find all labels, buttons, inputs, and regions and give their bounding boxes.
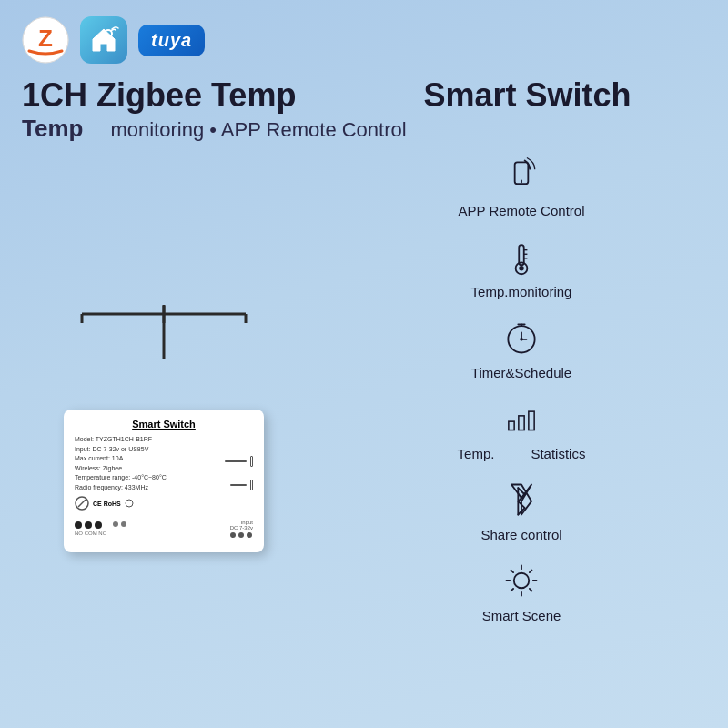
logos-bar: Z tuya: [0, 0, 728, 73]
rohs-circle: [125, 499, 134, 508]
feature-temp-monitoring: Temp.monitoring: [337, 233, 706, 299]
feature-stats-pair-label: Statistics: [531, 446, 585, 461]
device-specs: Model: TYZGTH1CH-B1RF Input: DC 7-32v or…: [75, 435, 167, 492]
svg-text:Z: Z: [38, 25, 53, 52]
wire-horizontal: [46, 305, 282, 323]
bottom-labels: NO COM NC: [75, 531, 126, 536]
feature-timer: Timer&Schedule: [337, 314, 706, 380]
main-content: Smart Switch Model: TYZGTH1CH-B1RF Input…: [0, 143, 728, 728]
svg-line-37: [511, 589, 514, 592]
svg-line-9: [78, 500, 86, 507]
smartlife-logo: [80, 16, 127, 64]
phone-signal-icon: [498, 152, 545, 199]
timer-icon: [498, 314, 545, 361]
svg-line-35: [530, 589, 532, 592]
page: Z tuya 1CH Zigbee Temp Smart Switch Temp…: [0, 0, 728, 728]
tuya-logo: tuya: [138, 25, 205, 56]
svg-point-18: [519, 266, 524, 271]
svg-point-24: [520, 338, 523, 341]
feature-temp-stats: Temp. Statistics: [337, 395, 706, 461]
feature-timer-label: Timer&Schedule: [471, 365, 571, 380]
device-title: Smart Switch: [75, 419, 253, 430]
feature-share-label: Share control: [480, 527, 561, 542]
feature-temp-label: Temp.monitoring: [471, 284, 572, 299]
device-connectors: [225, 456, 253, 490]
feature-app-remote: APP Remote Control: [337, 152, 706, 218]
features-grid: APP Remote Control Temp.: [337, 152, 706, 634]
sun-icon: [498, 557, 545, 604]
subtitle-monitoring: monitoring • APP Remote Control: [110, 118, 406, 142]
left-panel: Smart Switch Model: TYZGTH1CH-B1RF Input…: [0, 152, 328, 719]
feature-share-control: Share control: [337, 476, 706, 542]
title-right: Smart Switch: [423, 76, 631, 115]
svg-line-34: [511, 571, 514, 573]
svg-rect-27: [529, 411, 534, 430]
subtitle-temp: Temp: [22, 115, 83, 143]
svg-point-29: [514, 573, 530, 589]
title-left: 1CH Zigbee Temp: [22, 76, 296, 115]
feature-smart-scene-label: Smart Scene: [482, 608, 561, 623]
svg-rect-25: [509, 421, 514, 430]
device-bottom: NO COM NC Input DC 7-32v: [75, 520, 253, 538]
feature-smart-scene: Smart Scene: [337, 557, 706, 623]
svg-rect-26: [519, 416, 524, 430]
device-cert-logos: CE RoHS: [75, 496, 167, 511]
device-box: Smart Switch Model: TYZGTH1CH-B1RF Input…: [64, 410, 264, 552]
device-container: Smart Switch Model: TYZGTH1CH-B1RF Input…: [64, 355, 264, 552]
svg-point-10: [126, 500, 133, 507]
feature-app-remote-label: APP Remote Control: [459, 203, 585, 218]
feature-temp-pair-label: Temp.: [458, 446, 495, 461]
header-section: 1CH Zigbee Temp Smart Switch Temp monito…: [0, 73, 728, 143]
bluetooth-home-icon: [498, 476, 545, 523]
zigbee-logo: Z: [22, 16, 69, 64]
prohibited-icon: [75, 496, 89, 511]
input-voltage: DC 7-32v: [230, 525, 253, 531]
right-panel: APP Remote Control Temp.: [328, 152, 728, 719]
svg-line-36: [530, 571, 532, 573]
thermometer-icon: [498, 233, 545, 280]
bar-chart-icon: [498, 395, 545, 442]
